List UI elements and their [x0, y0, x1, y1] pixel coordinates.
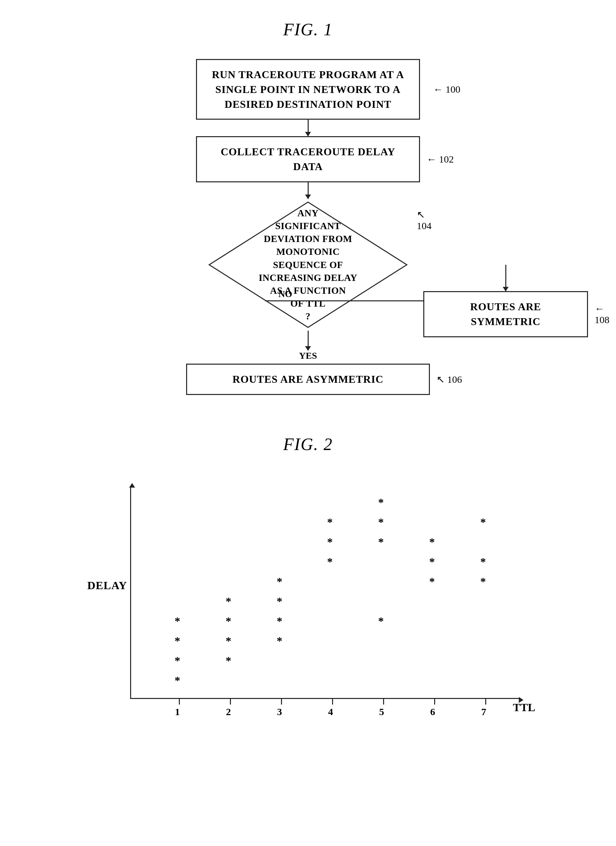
star: *: [277, 615, 282, 627]
star: *: [175, 655, 180, 667]
star: *: [480, 576, 486, 587]
tick-label-x-1: 1: [175, 706, 180, 717]
fig2-title: FIG. 2: [33, 434, 583, 454]
star: *: [429, 556, 435, 567]
star: *: [277, 596, 282, 607]
tick-x-4: [332, 698, 333, 705]
tick-label-x-4: 4: [328, 706, 333, 717]
no-label: NO: [278, 289, 292, 299]
star: *: [277, 635, 282, 646]
box-108: ROUTES ARE SYMMETRIC: [423, 291, 588, 337]
label-100: ← 100: [433, 84, 461, 95]
tick-x-2: [230, 698, 231, 705]
star: *: [378, 516, 384, 528]
fig1-title: FIG. 1: [33, 20, 583, 39]
tick-x-6: [434, 698, 435, 705]
star: *: [175, 615, 180, 627]
no-branch: NO ROUTES ARE SYMMETRIC ← 108: [265, 265, 588, 337]
box-100: RUN TRACEROUTE PROGRAM AT A SINGLE POINT…: [196, 59, 420, 120]
star: *: [175, 675, 180, 686]
label-106: ↖ 106: [437, 374, 462, 385]
box-102: COLLECT TRACEROUTE DELAY DATA: [196, 136, 420, 182]
star: *: [277, 576, 282, 587]
y-axis: [130, 487, 131, 698]
star: *: [327, 516, 333, 528]
tick-x-1: [179, 698, 180, 705]
star: *: [226, 615, 231, 627]
star: *: [429, 576, 435, 587]
star: *: [480, 556, 486, 567]
tick-label-x-3: 3: [277, 706, 282, 717]
x-axis: [130, 698, 519, 699]
flowchart-fig1: RUN TRACEROUTE PROGRAM AT A SINGLE POINT…: [33, 59, 583, 395]
star: *: [226, 635, 231, 646]
star: *: [175, 635, 180, 646]
star: *: [378, 536, 384, 547]
tick-label-x-6: 6: [430, 706, 435, 717]
star: *: [378, 497, 384, 508]
star: *: [378, 615, 384, 627]
page: FIG. 1 RUN TRACEROUTE PROGRAM AT A SINGL…: [0, 0, 616, 846]
tick-x-5: [383, 698, 384, 705]
ttl-label: TTL: [513, 701, 535, 714]
tick-x-7: [485, 698, 486, 705]
yes-label: YES: [299, 350, 317, 361]
star: *: [327, 536, 333, 547]
tick-label-x-7: 7: [481, 706, 486, 717]
star: *: [429, 536, 435, 547]
star: *: [480, 516, 486, 528]
label-108: ← 108: [595, 303, 609, 325]
fig2-section: FIG. 2 DELAY TTL 1 2 3 4: [33, 434, 583, 737]
chart-fig2: DELAY TTL 1 2 3 4 5 6 7: [78, 474, 538, 737]
tick-x-3: [281, 698, 282, 705]
delay-label: DELAY: [87, 579, 127, 592]
star: *: [226, 596, 231, 607]
tick-label-x-5: 5: [379, 706, 384, 717]
label-104: ↖ 104: [417, 209, 431, 231]
tick-label-x-2: 2: [226, 706, 231, 717]
label-102: ← 102: [427, 154, 454, 165]
box-106: ROUTES ARE ASYMMETRIC: [186, 363, 430, 395]
star: *: [327, 556, 333, 567]
star: *: [226, 655, 231, 667]
y-axis-arrow: [129, 483, 135, 488]
